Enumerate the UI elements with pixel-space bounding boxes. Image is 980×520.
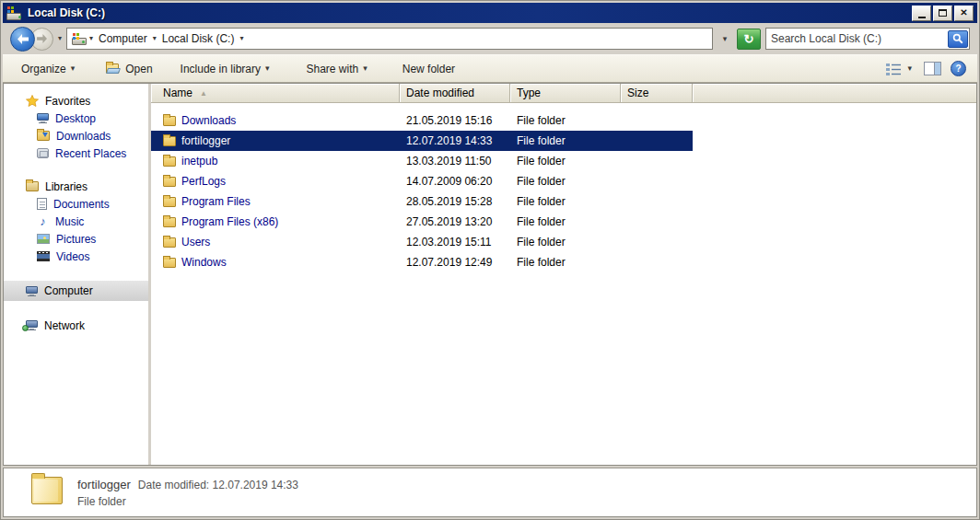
selected-item-type: File folder [77,495,126,508]
file-type: File folder [510,195,621,208]
file-name: PerfLogs [181,175,226,188]
breadcrumb-computer[interactable]: Computer [96,30,150,47]
selected-item-name: fortilogger [77,478,131,491]
sidebar-item-computer[interactable]: Computer [4,281,148,301]
date-modified-label: Date modified: [138,479,209,491]
share-label: Share with [307,63,359,75]
sidebar-item-videos[interactable]: Videos [4,248,148,265]
file-date: 28.05.2019 15:28 [400,195,510,208]
recent-places-icon [37,148,49,158]
table-row-fortilogger[interactable]: fortilogger 12.07.2019 14:33 File folder [151,131,693,151]
preview-pane-button[interactable] [924,62,941,75]
file-name: Program Files [181,195,251,208]
folder-icon [163,136,176,146]
help-button[interactable]: ? [951,61,966,76]
table-row-downloads[interactable]: Downloads 21.05.2019 15:16 File folder [151,110,693,131]
table-row-program-files-x86[interactable]: Program Files (x86) 27.05.2019 13:20 Fil… [151,212,693,232]
chevron-down-icon[interactable]: ▾ [89,35,93,42]
views-button[interactable]: ▾ [883,60,915,78]
titlebar[interactable]: Local Disk (C:) ✕ [3,3,977,23]
file-date: 14.07.2009 06:20 [400,175,510,188]
organize-button[interactable]: Organize ▾ [16,59,80,79]
address-bar[interactable]: ▾ Computer ▾ Local Disk (C:) ▾ [66,28,713,50]
videos-icon [37,251,50,261]
refresh-button[interactable]: ↻ [737,29,761,50]
folder-icon [163,217,176,227]
minimize-button[interactable] [912,6,931,21]
column-header-size[interactable]: Size [621,84,693,103]
table-row-users[interactable]: Users 12.03.2019 15:11 File folder [151,232,693,252]
sidebar-item-label: Documents [53,198,110,211]
computer-icon [26,286,38,296]
selected-folder-icon [31,477,63,504]
sidebar-item-recent-places[interactable]: Recent Places [4,144,148,162]
file-name: Program Files (x86) [181,215,278,228]
sidebar-item-label: Desktop [55,112,96,125]
back-button[interactable] [10,27,35,52]
maximize-icon [939,9,947,17]
desktop-icon [37,113,49,123]
help-icon: ? [955,64,961,74]
table-row-inetpub[interactable]: inetpub 13.03.2019 11:50 File folder [151,151,693,171]
new-folder-label: New folder [402,63,455,75]
search-button[interactable] [948,30,968,48]
share-with-button[interactable]: Share with ▾ [301,59,373,79]
sidebar-item-music[interactable]: ♪ Music [4,213,148,230]
sidebar-item-network[interactable]: Network [4,317,148,334]
folder-icon [163,197,176,207]
open-button[interactable]: Open [100,59,158,79]
minimize-icon [918,17,926,18]
table-row-windows[interactable]: Windows 12.07.2019 12:49 File folder [151,252,693,272]
sidebar-item-label: Computer [44,284,93,297]
file-type: File folder [510,114,621,127]
chevron-down-icon: ▾ [907,64,912,73]
details-pane: fortilogger Date modified: 12.07.2019 14… [3,468,977,517]
address-dropdown-button[interactable]: ▾ [718,28,732,50]
sidebar-item-label: Pictures [56,233,96,246]
search-input[interactable] [767,32,948,45]
sidebar-item-documents[interactable]: Documents [4,195,148,213]
sidebar-item-desktop[interactable]: Desktop [4,110,148,127]
command-toolbar: Organize ▾ Open Include in library ▾ Sha… [3,54,977,83]
chevron-down-icon[interactable]: ▾ [239,35,243,42]
maximize-button[interactable] [933,6,952,21]
forward-arrow-icon [37,34,48,43]
chevron-down-icon: ▾ [363,64,368,73]
column-header-type[interactable]: Type [510,84,621,103]
file-type: File folder [510,155,621,168]
sidebar-item-downloads[interactable]: Downloads [4,127,148,144]
sort-ascending-icon: ▲ [200,89,207,98]
column-header-date-modified[interactable]: Date modified [400,84,510,103]
nav-history-chevron-icon[interactable]: ▾ [58,35,62,42]
include-in-library-button[interactable]: Include in library ▾ [175,59,275,79]
documents-icon [37,198,47,210]
window-title: Local Disk (C:) [28,6,912,19]
sidebar-item-pictures[interactable]: Pictures [4,230,148,248]
file-date: 13.03.2019 11:50 [400,155,510,168]
table-row-program-files[interactable]: Program Files 28.05.2019 15:28 File fold… [151,191,693,212]
close-button[interactable]: ✕ [954,6,974,21]
column-header-name[interactable]: Name ▲ [151,84,400,103]
file-type: File folder [510,236,621,248]
breadcrumb-local-disk-c[interactable]: Local Disk (C:) [159,30,238,47]
file-name: Users [181,236,210,248]
sidebar-item-favorites[interactable]: Favorites [4,92,148,110]
navigation-bar: ▾ ▾ Computer ▾ Local Disk (C:) ▾ ▾ ↻ [3,23,977,54]
open-label: Open [125,63,152,75]
file-type: File folder [510,256,621,269]
downloads-folder-icon [37,131,50,141]
chevron-down-icon[interactable]: ▾ [153,35,157,42]
close-icon: ✕ [960,8,967,17]
sidebar-item-label: Music [55,215,84,228]
sidebar-item-libraries[interactable]: Libraries [4,178,148,195]
search-box [765,28,970,50]
network-icon [26,320,38,330]
column-label: Date modified [406,87,474,99]
new-folder-button[interactable]: New folder [397,59,461,79]
chevron-down-icon: ▾ [71,64,76,73]
views-icon [886,63,902,75]
table-row-perflogs[interactable]: PerfLogs 14.07.2009 06:20 File folder [151,171,693,191]
file-date: 12.07.2019 14:33 [400,134,510,147]
breadcrumb-drive-icon [72,33,87,45]
search-icon [952,33,963,44]
